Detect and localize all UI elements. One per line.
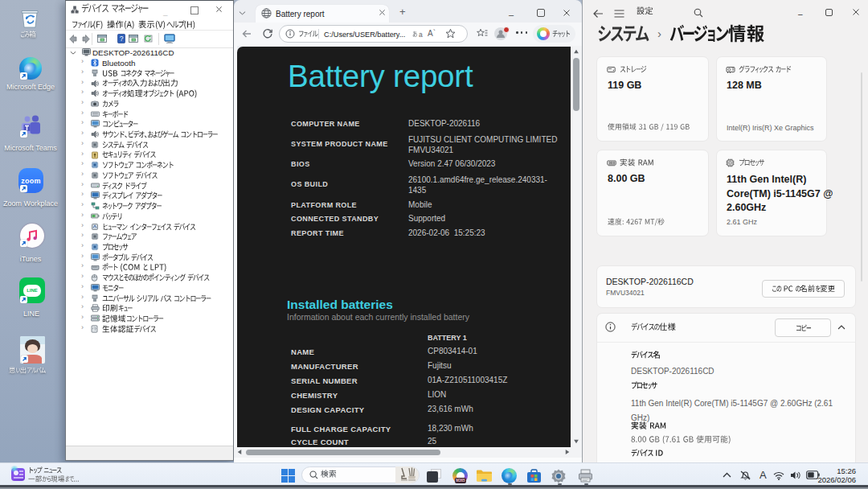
svg-text:?: ? bbox=[120, 35, 124, 43]
